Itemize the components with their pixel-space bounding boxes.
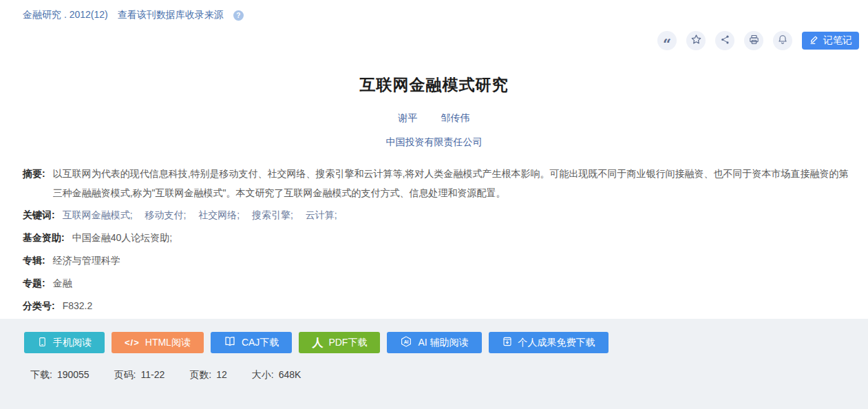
page-range-label: 页码: <box>114 369 136 381</box>
keywords-row: 关键词: 互联网金融模式; 移动支付; 社交网络; 搜索引擎; 云计算; <box>23 208 851 222</box>
downloads-label: 下载: <box>30 369 52 381</box>
favorite-button[interactable] <box>686 31 706 50</box>
database-source-link[interactable]: 查看该刊数据库收录来源 <box>118 9 224 21</box>
download-box-icon <box>502 336 513 349</box>
html-read-label: HTML阅读 <box>145 337 191 349</box>
clc-row: 分类号: F832.2 <box>23 299 851 313</box>
fund-value[interactable]: 中国金融40人论坛资助; <box>72 231 172 244</box>
caj-download-button[interactable]: CAJ下载 <box>211 332 292 353</box>
journal-issue-link[interactable]: 金融研究 . 2012(12) <box>23 9 108 21</box>
file-size-value: 648K <box>279 369 301 381</box>
action-bar: “ 记笔记 <box>657 31 859 50</box>
html-read-button[interactable]: </> HTML阅读 <box>112 332 204 353</box>
author-link[interactable]: 邹传伟 <box>441 112 469 123</box>
book-icon <box>224 335 236 350</box>
take-notes-button[interactable]: 记笔记 <box>802 32 859 50</box>
print-button[interactable] <box>744 31 763 50</box>
keyword-link[interactable]: 云计算; <box>306 209 337 220</box>
journal-meta-bar: 金融研究 . 2012(12) 查看该刊数据库收录来源 ? <box>23 9 244 21</box>
ai-hexagon-icon: AI <box>400 335 412 350</box>
file-size-label: 大小: <box>252 369 274 381</box>
article-stats-row: 下载: 190055 页码: 11-22 页数: 12 大小: 648K <box>30 369 868 381</box>
share-icon <box>720 34 730 48</box>
page-count-value: 12 <box>216 369 227 381</box>
page-count-label: 页数: <box>189 369 211 381</box>
page-title: 互联网金融模式研究 <box>0 74 868 96</box>
topic-row: 专题: 金融 <box>23 276 851 290</box>
abstract-text: 以互联网为代表的现代信息科技,特别是移动支付、社交网络、搜索引擎和云计算等,将对… <box>53 164 851 202</box>
phone-icon <box>37 337 47 349</box>
ai-assist-read-label: AI 辅助阅读 <box>418 337 468 349</box>
ai-assist-read-button[interactable]: AI AI 辅助阅读 <box>387 332 481 353</box>
topic-label: 专题: <box>23 276 45 290</box>
mobile-read-label: 手机阅读 <box>53 337 92 349</box>
svg-text:AI: AI <box>404 339 409 344</box>
take-notes-label: 记笔记 <box>823 34 852 47</box>
abstract-label: 摘要: <box>23 164 45 202</box>
code-icon: </> <box>125 337 140 348</box>
author-list: 谢平 邹传伟 <box>0 112 868 125</box>
printer-icon <box>748 34 760 48</box>
alert-button[interactable] <box>773 31 792 50</box>
mobile-read-button[interactable]: 手机阅读 <box>24 332 105 353</box>
album-value: 经济与管理科学 <box>53 253 120 267</box>
keyword-link[interactable]: 互联网金融模式; <box>63 209 133 220</box>
pdf-download-button[interactable]: 人 PDF下载 <box>299 332 380 353</box>
quote-icon: “ <box>663 41 671 48</box>
cite-button[interactable]: “ <box>657 31 677 50</box>
pdf-download-label: PDF下载 <box>328 337 367 349</box>
personal-free-download-button[interactable]: 个人成果免费下载 <box>489 332 608 353</box>
help-icon[interactable]: ? <box>233 10 244 21</box>
download-footer: 手机阅读 </> HTML阅读 CAJ下载 人 PDF下载 AI AI <box>0 319 868 409</box>
page-range-stat: 页码: 11-22 <box>114 369 165 381</box>
album-label: 专辑: <box>23 253 45 267</box>
pen-icon <box>809 34 819 47</box>
share-button[interactable] <box>715 31 734 50</box>
star-icon <box>690 34 702 48</box>
pdf-icon: 人 <box>312 337 323 348</box>
caj-download-label: CAJ下载 <box>242 337 279 349</box>
article-head: 互联网金融模式研究 谢平 邹传伟 中国投资有限责任公司 <box>0 0 868 149</box>
page-count-stat: 页数: 12 <box>189 369 226 381</box>
page-range-value: 11-22 <box>141 369 165 381</box>
keyword-link[interactable]: 社交网络; <box>198 209 240 220</box>
author-link[interactable]: 谢平 <box>399 112 418 123</box>
clc-value: F832.2 <box>63 299 93 313</box>
keywords-label: 关键词: <box>23 208 55 222</box>
topic-value: 金融 <box>53 276 72 290</box>
album-row: 专辑: 经济与管理科学 <box>23 253 851 267</box>
fund-row: 基金资助: 中国金融40人论坛资助; <box>23 231 851 244</box>
keyword-link[interactable]: 搜索引擎; <box>252 209 293 220</box>
article-detail-page: 金融研究 . 2012(12) 查看该刊数据库收录来源 ? “ <box>0 0 868 409</box>
downloads-stat: 下载: 190055 <box>30 369 89 381</box>
personal-free-download-label: 个人成果免费下载 <box>518 337 595 349</box>
file-size-stat: 大小: 648K <box>252 369 301 381</box>
article-meta-block: 摘要: 以互联网为代表的现代信息科技,特别是移动支付、社交网络、搜索引擎和云计算… <box>23 164 851 313</box>
fund-label: 基金资助: <box>23 231 65 244</box>
abstract-row: 摘要: 以互联网为代表的现代信息科技,特别是移动支付、社交网络、搜索引擎和云计算… <box>23 164 851 202</box>
clc-label: 分类号: <box>23 299 55 313</box>
downloads-value: 190055 <box>57 369 89 381</box>
keywords-list: 互联网金融模式; 移动支付; 社交网络; 搜索引擎; 云计算; <box>63 208 347 222</box>
download-button-row: 手机阅读 </> HTML阅读 CAJ下载 人 PDF下载 AI AI <box>24 332 868 353</box>
bell-icon <box>777 34 788 48</box>
keyword-link[interactable]: 移动支付; <box>145 209 186 220</box>
affiliation-link[interactable]: 中国投资有限责任公司 <box>0 136 868 149</box>
